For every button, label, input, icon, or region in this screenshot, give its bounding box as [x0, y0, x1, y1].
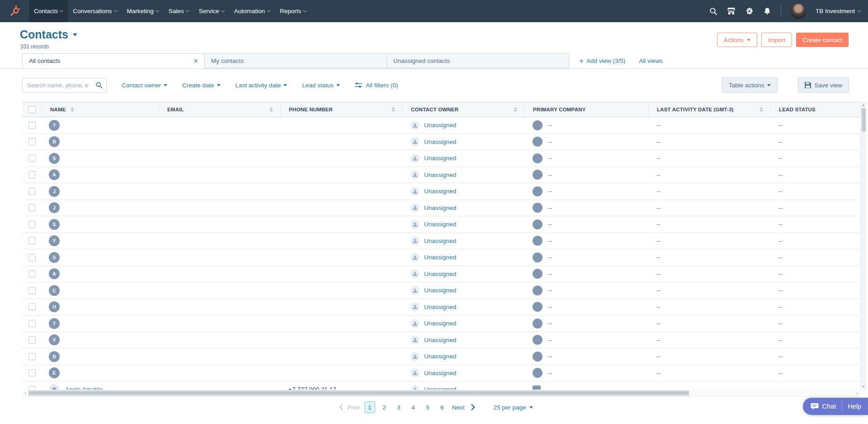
- owner-unassigned-link[interactable]: Unassigned: [424, 271, 456, 277]
- row-checkbox[interactable]: [28, 254, 36, 261]
- view-tab[interactable]: My contacts: [204, 53, 387, 68]
- row-checkbox[interactable]: [28, 171, 36, 178]
- notifications-bell-icon[interactable]: [763, 7, 771, 15]
- nav-item[interactable]: Sales: [164, 0, 194, 22]
- prev-button[interactable]: Prev: [347, 404, 360, 411]
- company-avatar: [533, 302, 542, 312]
- scroll-left-arrow[interactable]: ‹: [22, 390, 28, 397]
- row-checkbox[interactable]: [28, 155, 36, 162]
- next-button[interactable]: Next: [452, 404, 465, 411]
- filter-dropdown[interactable]: Create date: [182, 82, 221, 89]
- owner-unassigned-link[interactable]: Unassigned: [424, 287, 456, 294]
- owner-unassigned-link[interactable]: Unassigned: [424, 205, 456, 211]
- scroll-down-arrow[interactable]: ▼: [861, 384, 866, 390]
- column-header[interactable]: NAME: [42, 102, 159, 117]
- row-checkbox[interactable]: [28, 303, 36, 310]
- owner-unassigned-link[interactable]: Unassigned: [424, 304, 456, 310]
- vertical-scroll-thumb[interactable]: [862, 108, 866, 132]
- add-view-link[interactable]: + Add view (3/5): [579, 53, 625, 68]
- owner-unassigned-link[interactable]: Unassigned: [424, 320, 456, 327]
- nav-item[interactable]: Marketing: [122, 0, 164, 22]
- view-tab[interactable]: All contacts ×: [22, 53, 205, 68]
- nav-item[interactable]: Contacts: [29, 0, 68, 22]
- page-number[interactable]: 2: [379, 401, 390, 413]
- owner-unassigned-link[interactable]: Unassigned: [424, 337, 456, 343]
- owner-unassigned-link[interactable]: Unassigned: [424, 155, 456, 162]
- per-page-dropdown[interactable]: 25 per page: [494, 404, 533, 411]
- page-number[interactable]: 6: [437, 401, 448, 413]
- lead-status-cell: --: [770, 287, 860, 294]
- column-header[interactable]: LAST ACTIVITY DATE (GMT-3): [648, 102, 770, 117]
- prev-chevron-icon[interactable]: [338, 404, 344, 410]
- scroll-right-arrow[interactable]: ›: [854, 390, 860, 397]
- row-checkbox[interactable]: [28, 122, 36, 129]
- chat-button[interactable]: Chat: [803, 398, 842, 415]
- account-menu[interactable]: TB Investment: [816, 8, 861, 14]
- row-checkbox[interactable]: [28, 353, 36, 360]
- page-number[interactable]: 4: [408, 401, 419, 413]
- next-chevron-icon[interactable]: [470, 404, 476, 411]
- horizontal-scroll-thumb[interactable]: [28, 391, 689, 396]
- page-number[interactable]: 1: [364, 401, 375, 413]
- close-icon[interactable]: ×: [193, 57, 198, 65]
- row-checkbox[interactable]: [28, 270, 36, 277]
- owner-unassigned-link[interactable]: Unassigned: [424, 138, 456, 145]
- column-header[interactable]: PRIMARY COMPANY: [524, 102, 648, 117]
- owner-unassigned-link[interactable]: Unassigned: [424, 254, 456, 261]
- page-number[interactable]: 3: [393, 401, 404, 413]
- row-checkbox[interactable]: [28, 336, 36, 343]
- column-header[interactable]: LEAD STATUS: [770, 102, 860, 117]
- actions-button[interactable]: Actions: [717, 33, 757, 47]
- nav-item[interactable]: Automation: [229, 0, 275, 22]
- filter-dropdown[interactable]: Contact owner: [122, 82, 167, 89]
- row-checkbox[interactable]: [28, 138, 36, 145]
- all-views-link[interactable]: All views: [639, 53, 663, 68]
- nav-item[interactable]: Reports: [275, 0, 311, 22]
- row-checkbox[interactable]: [28, 188, 36, 195]
- row-checkbox[interactable]: [28, 237, 36, 244]
- row-checkbox[interactable]: [28, 320, 36, 327]
- last-activity-cell: --: [648, 254, 770, 261]
- sort-icon[interactable]: [71, 107, 74, 112]
- import-button[interactable]: Import: [761, 33, 792, 47]
- settings-gear-icon[interactable]: [745, 7, 754, 15]
- search-icon[interactable]: [95, 81, 103, 89]
- save-view-button[interactable]: Save view: [798, 77, 849, 93]
- sort-icon[interactable]: [514, 107, 517, 112]
- column-header[interactable]: PHONE NUMBER: [280, 102, 402, 117]
- scroll-up-arrow[interactable]: ▲: [861, 102, 866, 108]
- nav-item[interactable]: Conversations: [68, 0, 122, 22]
- create-contact-button[interactable]: Create contact: [796, 33, 849, 47]
- owner-unassigned-link[interactable]: Unassigned: [424, 370, 456, 376]
- row-checkbox[interactable]: [28, 287, 36, 294]
- owner-unassigned-link[interactable]: Unassigned: [424, 221, 456, 228]
- page-number[interactable]: 5: [422, 401, 433, 413]
- column-header[interactable]: EMAIL: [159, 102, 280, 117]
- search-input[interactable]: [27, 82, 95, 89]
- table-actions-button[interactable]: Table actions: [722, 77, 778, 93]
- row-checkbox[interactable]: [28, 204, 36, 211]
- search-icon[interactable]: [709, 7, 717, 15]
- column-header[interactable]: CONTACT OWNER: [402, 102, 524, 117]
- row-checkbox[interactable]: [28, 221, 36, 228]
- select-all-checkbox[interactable]: [28, 106, 36, 113]
- view-tab[interactable]: Unassigned contacts: [387, 53, 569, 68]
- sort-icon[interactable]: [760, 107, 763, 112]
- owner-unassigned-link[interactable]: Unassigned: [424, 172, 456, 178]
- title-dropdown-caret[interactable]: [73, 33, 77, 36]
- owner-unassigned-link[interactable]: Unassigned: [424, 122, 456, 129]
- user-avatar[interactable]: [791, 4, 806, 19]
- sort-icon[interactable]: [392, 107, 395, 112]
- all-filters-button[interactable]: All filters (0): [355, 82, 398, 89]
- filter-dropdown[interactable]: Last activity date: [236, 82, 288, 89]
- owner-unassigned-link[interactable]: Unassigned: [424, 353, 456, 360]
- row-checkbox[interactable]: [28, 369, 36, 376]
- filter-dropdown[interactable]: Lead status: [302, 82, 340, 89]
- owner-unassigned-link[interactable]: Unassigned: [424, 238, 456, 244]
- sort-icon[interactable]: [269, 107, 273, 112]
- help-button[interactable]: Help: [842, 398, 868, 415]
- marketplace-icon[interactable]: [727, 7, 736, 15]
- owner-unassigned-link[interactable]: Unassigned: [424, 188, 456, 195]
- nav-item[interactable]: Service: [194, 0, 229, 22]
- hubspot-logo-icon[interactable]: [0, 0, 29, 22]
